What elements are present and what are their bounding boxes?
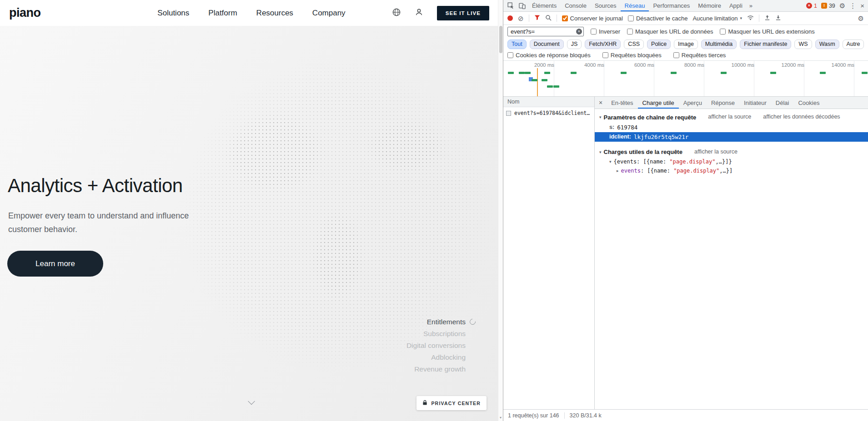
- request-row[interactable]: event?s=619784&idclient=lkjf…: [503, 107, 594, 119]
- more-tabs-icon[interactable]: »: [747, 2, 755, 9]
- import-har-icon[interactable]: [764, 15, 770, 22]
- waterfall-bar: [671, 72, 677, 74]
- filter-input[interactable]: [508, 27, 583, 36]
- param-row-s[interactable]: s: 619784: [595, 123, 868, 132]
- detail-tab-preview[interactable]: Aperçu: [679, 97, 707, 109]
- detail-tab-initiator[interactable]: Initiateur: [739, 97, 771, 109]
- detail-tab-payload[interactable]: Charge utile: [638, 97, 679, 109]
- blocked-response-cookies-checkbox[interactable]: Cookies de réponse bloqués: [507, 52, 591, 59]
- progress-ring-icon: [468, 317, 477, 326]
- throttling-dropdown[interactable]: Aucune limitation ▾: [692, 15, 742, 22]
- third-party-requests-input[interactable]: [673, 52, 679, 58]
- error-count-badge[interactable]: × 1: [806, 3, 817, 9]
- kebab-menu-icon[interactable]: ⋮: [849, 2, 856, 9]
- chip-fetch-xhr[interactable]: Fetch/XHR: [585, 40, 621, 49]
- learn-more-button[interactable]: Learn more: [7, 251, 103, 277]
- search-icon[interactable]: [545, 15, 552, 22]
- selected-time-marker: [537, 68, 538, 96]
- settings-gear-icon[interactable]: ⚙: [839, 2, 845, 9]
- timeline-tick: 4000 ms: [572, 62, 604, 68]
- inspect-element-icon[interactable]: [505, 2, 517, 9]
- preserve-log-input[interactable]: [562, 15, 568, 21]
- close-details-icon[interactable]: ×: [595, 99, 607, 106]
- network-conditions-icon[interactable]: [747, 15, 754, 22]
- export-har-icon[interactable]: [775, 15, 781, 22]
- tab-elements[interactable]: Éléments: [528, 0, 561, 11]
- clear-filter-icon[interactable]: ×: [576, 29, 582, 35]
- piano-logo[interactable]: piano: [9, 6, 41, 20]
- blocked-response-cookies-input[interactable]: [507, 52, 513, 58]
- detail-tab-cookies[interactable]: Cookies: [793, 97, 824, 109]
- feature-revenue-growth[interactable]: Revenue growth: [406, 363, 466, 375]
- feature-subscriptions[interactable]: Subscriptions: [406, 328, 466, 340]
- scroll-down-chevron-icon[interactable]: [249, 399, 254, 404]
- chip-font[interactable]: Police: [647, 40, 671, 49]
- clear-network-log-icon[interactable]: ⊘: [518, 15, 524, 22]
- detail-tab-headers[interactable]: En-têtes: [607, 97, 637, 109]
- nav-item-company[interactable]: Company: [312, 9, 346, 18]
- detail-tab-timing[interactable]: Délai: [771, 97, 794, 109]
- scrollbar-thumb[interactable]: [499, 26, 502, 53]
- chip-document[interactable]: Document: [530, 40, 564, 49]
- tab-memory[interactable]: Mémoire: [694, 0, 725, 11]
- request-payload-section-header[interactable]: ▾ Charges utiles de la requête afficher …: [595, 146, 868, 158]
- view-source-link[interactable]: afficher la source: [708, 114, 751, 120]
- hide-extension-urls-input[interactable]: [720, 29, 726, 35]
- preserve-log-checkbox[interactable]: Conserver le journal: [562, 15, 623, 22]
- view-decoded-link[interactable]: afficher les données décodées: [763, 114, 840, 120]
- chip-all[interactable]: Tout: [507, 40, 527, 49]
- see-it-live-button[interactable]: SEE IT LIVE: [437, 6, 489, 20]
- blocked-requests-input[interactable]: [602, 52, 608, 58]
- device-toolbar-icon[interactable]: [517, 2, 528, 9]
- chip-manifest[interactable]: Fichier manifeste: [740, 40, 791, 49]
- third-party-requests-checkbox[interactable]: Requêtes tierces: [673, 52, 726, 59]
- divider: [564, 412, 565, 419]
- param-row-idclient-highlighted[interactable]: idclient: lkjfu26r5tq5w21r: [595, 132, 868, 142]
- chip-other[interactable]: Autre: [843, 40, 864, 49]
- hide-data-urls-input[interactable]: [627, 29, 633, 35]
- close-devtools-icon[interactable]: ×: [860, 2, 864, 9]
- feature-digital-conversions[interactable]: Digital conversions: [406, 340, 466, 352]
- chip-wasm[interactable]: Wasm: [815, 40, 839, 49]
- payload-preview-root[interactable]: ▾ {events: [{name: "page.display",…}]}: [595, 157, 868, 166]
- invert-input[interactable]: [591, 29, 597, 35]
- chip-media[interactable]: Multimédia: [701, 40, 737, 49]
- filter-funnel-icon[interactable]: [534, 15, 540, 22]
- language-globe-icon[interactable]: [392, 8, 401, 19]
- issues-count-badge[interactable]: ! 39: [821, 3, 835, 9]
- chip-image[interactable]: Image: [674, 40, 698, 49]
- chip-css[interactable]: CSS: [624, 40, 644, 49]
- tab-sources[interactable]: Sources: [591, 0, 621, 11]
- record-network-log-button[interactable]: [507, 15, 513, 21]
- chip-ws[interactable]: WS: [794, 40, 812, 49]
- view-source-link[interactable]: afficher la source: [694, 149, 738, 155]
- scrollbar-down-arrow[interactable]: ▾: [498, 416, 503, 420]
- tab-network[interactable]: Réseau: [621, 0, 649, 11]
- query-string-section-header[interactable]: ▾ Paramètres de chaîne de requête affich…: [595, 111, 868, 123]
- hide-extension-urls-checkbox[interactable]: Masquer les URL des extensions: [720, 28, 814, 35]
- tab-console[interactable]: Console: [561, 0, 591, 11]
- payload-preview-events[interactable]: ▸ events: [{name: "page.display",…}]: [595, 166, 868, 175]
- tab-application[interactable]: Appli: [725, 0, 747, 11]
- page-scrollbar[interactable]: ▾: [498, 0, 503, 421]
- blocked-requests-checkbox[interactable]: Requêtes bloquées: [602, 52, 662, 59]
- nav-item-solutions[interactable]: Solutions: [157, 9, 189, 18]
- nav-item-resources[interactable]: Resources: [256, 9, 293, 18]
- disable-cache-checkbox[interactable]: Désactiver le cache: [628, 15, 687, 22]
- nav-item-platform[interactable]: Platform: [208, 9, 237, 18]
- invert-checkbox[interactable]: Inverser: [591, 28, 620, 35]
- request-list-header[interactable]: Nom: [503, 97, 594, 107]
- account-user-icon[interactable]: [415, 8, 423, 18]
- network-settings-gear-icon[interactable]: ⚙: [858, 15, 864, 22]
- feature-adblocking[interactable]: Adblocking: [406, 352, 466, 363]
- feature-entitlements[interactable]: Entitlements: [406, 316, 466, 328]
- chip-js[interactable]: JS: [567, 40, 582, 49]
- timeline-tick: 14000 ms: [823, 62, 854, 68]
- detail-tab-response[interactable]: Réponse: [707, 97, 739, 109]
- network-status-bar: 1 requête(s) sur 146 320 B/31.4 k: [503, 409, 868, 421]
- network-overview-timeline[interactable]: 2000 ms 4000 ms 6000 ms 8000 ms 10000 ms…: [503, 61, 868, 97]
- hide-data-urls-checkbox[interactable]: Masquer les URL de données: [627, 28, 713, 35]
- disable-cache-input[interactable]: [628, 15, 634, 21]
- privacy-center-button[interactable]: PRIVACY CENTER: [416, 396, 487, 410]
- tab-performance[interactable]: Performances: [649, 0, 694, 11]
